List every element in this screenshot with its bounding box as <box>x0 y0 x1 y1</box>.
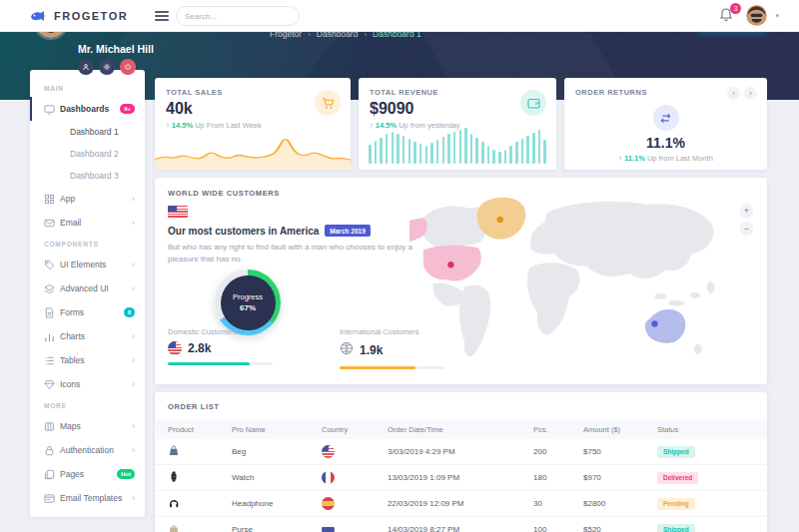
status-badge: Shipped <box>657 524 695 532</box>
watch-product-icon <box>168 470 180 485</box>
map-marker-greenland[interactable] <box>497 217 503 223</box>
map-australia[interactable] <box>645 309 686 343</box>
next-button[interactable]: › <box>744 87 757 100</box>
user-menu-avatar[interactable] <box>746 5 767 26</box>
international-customers-value: 1.9k <box>360 343 383 357</box>
sidebar-item-label: Pages <box>60 469 117 479</box>
order-table-header: Product Pro Name Country Order Date/Time… <box>155 419 767 439</box>
sidebar-item-app[interactable]: App › <box>30 187 145 211</box>
map-mexico[interactable] <box>433 282 464 305</box>
sidebar-item-authentication[interactable]: Authentication › <box>30 438 145 462</box>
notification-badge: 3 <box>730 3 741 14</box>
column-amount: Amount ($) <box>570 425 644 434</box>
sidebar-item-email[interactable]: Email › <box>30 211 145 235</box>
sidebar-item-maps[interactable]: Maps › <box>30 414 145 438</box>
bar-chart-icon <box>44 331 60 342</box>
sidebar-item-label: Tables <box>60 355 132 365</box>
cart-icon <box>315 90 341 116</box>
sidebar-item-label: Maps <box>60 421 132 431</box>
chevron-right-icon: › <box>132 331 135 341</box>
table-row[interactable]: Purse 14/03/2019 8:27 PM 100 $520 Shippe… <box>155 517 767 532</box>
order-date: 13/03/2019 1:09 PM <box>375 473 520 482</box>
map-africa[interactable] <box>527 263 580 334</box>
table-row[interactable]: Beg 3/03/2019 4:29 PM 200 $750 Shipped <box>155 439 767 465</box>
chevron-right-icon: › <box>132 194 135 204</box>
revenue-bar-chart <box>369 124 546 164</box>
order-date: 14/03/2019 8:27 PM <box>375 525 520 532</box>
domestic-progress-bar <box>168 362 273 365</box>
sidebar-item-pages[interactable]: Pages Hot <box>30 462 145 486</box>
sidebar-item-label: Charts <box>60 331 132 341</box>
search-box <box>176 6 300 26</box>
usa-flag <box>168 206 188 218</box>
purse-product-icon <box>168 522 180 532</box>
sidebar-item-advanced-ui[interactable]: Advanced UI › <box>30 276 145 300</box>
map-alaska[interactable] <box>409 218 427 243</box>
settings-button[interactable] <box>99 59 115 75</box>
order-pcs: 30 <box>520 499 570 508</box>
wallet-icon <box>520 90 546 116</box>
menu-toggle-icon[interactable] <box>155 11 169 21</box>
sidebar-item-dashboard-1[interactable]: Dashboard 1 <box>30 121 145 143</box>
usa-flag <box>322 445 335 458</box>
mail-template-icon <box>44 493 60 504</box>
globe-icon <box>340 341 354 359</box>
sidebar-item-dashboard-2[interactable]: Dashboard 2 <box>30 143 145 165</box>
world-map <box>409 192 759 373</box>
sidebar-item-forms[interactable]: Forms 8 <box>30 300 145 324</box>
tag-icon <box>44 260 60 270</box>
prev-button[interactable]: ‹ <box>727 87 740 100</box>
column-date: Order Date/Time <box>375 425 520 434</box>
search-input[interactable] <box>185 12 295 21</box>
chevron-right-icon: › <box>132 379 135 389</box>
order-amount: $2800 <box>570 499 644 508</box>
sidebar-item-icons[interactable]: Icons › <box>30 372 145 396</box>
spain-flag <box>322 497 335 510</box>
column-pro-name: Pro Name <box>219 425 309 434</box>
sidebar-item-label: Email <box>60 218 132 228</box>
gem-icon <box>44 379 60 390</box>
sidebar-section-main: MAIN <box>30 79 145 97</box>
logout-button[interactable] <box>120 59 136 75</box>
order-date: 22/03/2019 12:09 PM <box>375 499 520 508</box>
table-row[interactable]: Watch 13/03/2019 1:09 PM 180 $970 Delive… <box>155 465 767 491</box>
map-zoom-out-button[interactable]: − <box>740 222 753 235</box>
order-date: 3/03/2019 4:29 PM <box>375 447 520 456</box>
sidebar-item-charts[interactable]: Charts › <box>30 324 145 348</box>
map-marker-usa[interactable] <box>447 262 453 267</box>
order-returns-value: 11.1% <box>564 135 767 151</box>
product-name: Beg <box>219 447 309 456</box>
sidebar-item-label: App <box>60 194 132 204</box>
sidebar-item-label: Icons <box>60 379 132 389</box>
frog-logo-icon <box>30 10 48 22</box>
column-pcs: Pcs. <box>520 425 570 434</box>
total-revenue-card: TOTAL REVENUE $9090 ↑ 14.5% Up from yest… <box>359 78 556 170</box>
map-south-america[interactable] <box>459 285 490 357</box>
notifications-button[interactable]: 3 <box>719 7 737 25</box>
list-icon <box>44 355 60 366</box>
profile-button[interactable] <box>78 59 94 75</box>
delta-text: Up from Last Month <box>647 154 713 163</box>
monitor-icon <box>44 104 60 115</box>
sidebar-item-email-templates[interactable]: Email Templates › <box>30 486 145 510</box>
exchange-arrows-icon <box>653 105 679 131</box>
sidebar-item-dashboard-3[interactable]: Dashboard 3 <box>30 165 145 187</box>
order-pcs: 200 <box>520 447 570 456</box>
bag-product-icon <box>168 444 180 459</box>
sidebar-item-ui-elements[interactable]: UI Elements › <box>30 253 145 276</box>
map-zoom-in-button[interactable]: + <box>740 204 753 217</box>
map-marker-australia[interactable] <box>651 320 657 326</box>
brand-logo[interactable]: FROGETOR <box>30 0 128 32</box>
progress-value: 67% <box>240 303 256 312</box>
sidebar-item-tables[interactable]: Tables › <box>30 348 145 372</box>
product-name: Watch <box>219 473 309 482</box>
table-row[interactable]: Headphone 22/03/2019 12:09 PM 30 $2800 P… <box>155 491 767 517</box>
envelope-icon <box>44 218 60 229</box>
user-menu-caret-icon[interactable]: ▾ <box>775 12 779 20</box>
france-flag <box>322 471 335 484</box>
sidebar-item-dashboards[interactable]: Dashboards 9+ <box>30 97 145 121</box>
map-canada[interactable] <box>421 206 487 248</box>
chevron-right-icon: › <box>132 218 135 228</box>
sidebar-item-label: Dashboards <box>60 104 120 114</box>
chevron-right-icon: › <box>132 421 135 431</box>
